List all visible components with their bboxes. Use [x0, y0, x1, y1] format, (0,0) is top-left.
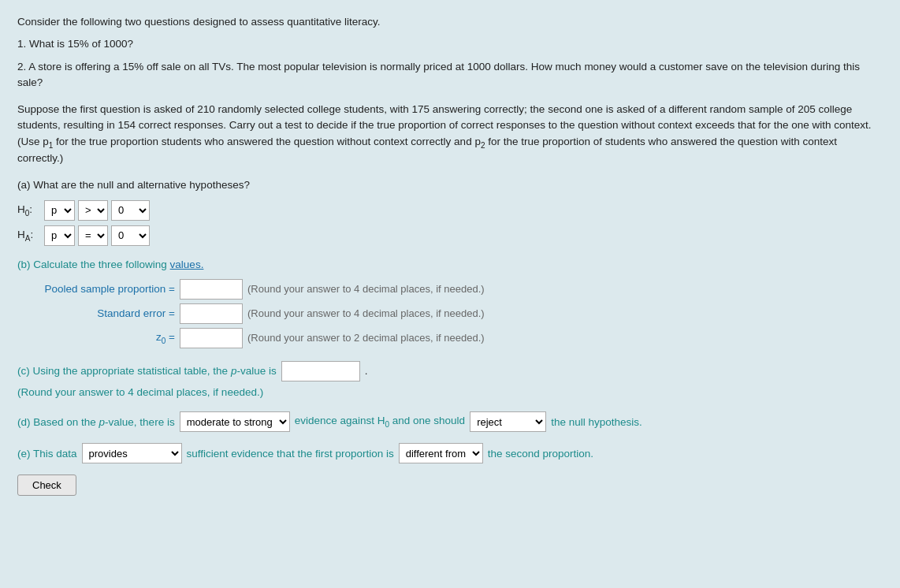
intro-line1: Consider the following two questions des… [17, 14, 883, 30]
comparison-select[interactable]: different from greater than less than eq… [399, 443, 483, 463]
action-select[interactable]: reject fail to reject [470, 411, 546, 432]
evidence-select[interactable]: moderate to strong weak strong very stro… [180, 411, 290, 432]
h0-op-select[interactable]: > ≥ < ≤ = ≠ [78, 200, 108, 221]
pooled-label: Pooled sample proportion = [17, 283, 175, 295]
check-section: Check [17, 474, 883, 496]
part-d-mid2: the null hypothesis. [551, 416, 642, 428]
part-e-mid: sufficient evidence that the first propo… [187, 448, 394, 460]
main-content: Consider the following two questions des… [17, 14, 883, 496]
part-c-label: (c) Using the appropriate statistical ta… [17, 365, 277, 377]
ha-label: HA: [17, 229, 41, 243]
part-d-label: (d) Based on the p-value, there is [17, 416, 175, 428]
part-d-row: (d) Based on the p-value, there is moder… [17, 411, 883, 432]
part-c-section: (c) Using the appropriate statistical ta… [17, 361, 883, 400]
z0-label: z0 = [17, 331, 175, 345]
provides-select[interactable]: provides does not provide [82, 443, 182, 463]
pooled-input[interactable] [180, 279, 243, 300]
h0-val-select[interactable]: 0 0.5 1 [111, 200, 150, 221]
ha-row: HA: p p̂ μ σ = ≠ > ≥ < ≤ 0 0.5 1 [17, 225, 883, 246]
pooled-note: (Round your answer to 4 decimal places, … [247, 283, 485, 295]
part-a-section: (a) What are the null and alternative hy… [17, 177, 883, 245]
part-d-mid1: evidence against H0 and one should [295, 415, 465, 429]
pval-input[interactable] [281, 361, 360, 381]
z0-note: (Round your answer to 2 decimal places, … [247, 332, 485, 344]
se-label: Standard error = [17, 307, 175, 319]
body-text: Suppose the first question is asked of 2… [17, 102, 883, 166]
ha-var-select[interactable]: p p̂ μ σ [44, 225, 75, 246]
intro-q2: 2. A store is offering a 15% off sale on… [17, 59, 883, 91]
h0-row: H0: p p̂ μ σ > ≥ < ≤ = ≠ 0 0.5 1 [17, 200, 883, 221]
ha-val-select[interactable]: 0 0.5 1 [111, 225, 150, 246]
pval-line: (c) Using the appropriate statistical ta… [17, 361, 883, 381]
se-input[interactable] [180, 303, 243, 324]
z0-input[interactable] [180, 328, 243, 348]
pval-period: . [365, 365, 368, 377]
part-c-note: (Round your answer to 4 decimal places, … [17, 385, 883, 400]
intro-section: Consider the following two questions des… [17, 14, 883, 91]
ha-op-select[interactable]: = ≠ > ≥ < ≤ [78, 225, 108, 246]
part-d-section: (d) Based on the p-value, there is moder… [17, 411, 883, 432]
part-b-section: (b) Calculate the three following values… [17, 257, 883, 348]
check-button[interactable]: Check [17, 474, 76, 496]
se-note: (Round your answer to 4 decimal places, … [247, 307, 485, 319]
part-e-row: (e) This data provides does not provide … [17, 443, 883, 463]
pooled-row: Pooled sample proportion = (Round your a… [17, 279, 883, 300]
body-section: Suppose the first question is asked of 2… [17, 102, 883, 166]
part-e-section: (e) This data provides does not provide … [17, 443, 883, 463]
intro-q1: 1. What is 15% of 1000? [17, 36, 883, 52]
part-e-label: (e) This data [17, 448, 77, 460]
part-a-label: (a) What are the null and alternative hy… [17, 177, 883, 193]
h0-var-select[interactable]: p p̂ μ σ [44, 200, 75, 221]
z0-row: z0 = (Round your answer to 2 decimal pla… [17, 328, 883, 348]
part-b-label: (b) Calculate the three following values… [17, 257, 883, 273]
h0-label: H0: [17, 203, 41, 218]
se-row: Standard error = (Round your answer to 4… [17, 303, 883, 324]
part-e-end: the second proportion. [488, 448, 593, 460]
